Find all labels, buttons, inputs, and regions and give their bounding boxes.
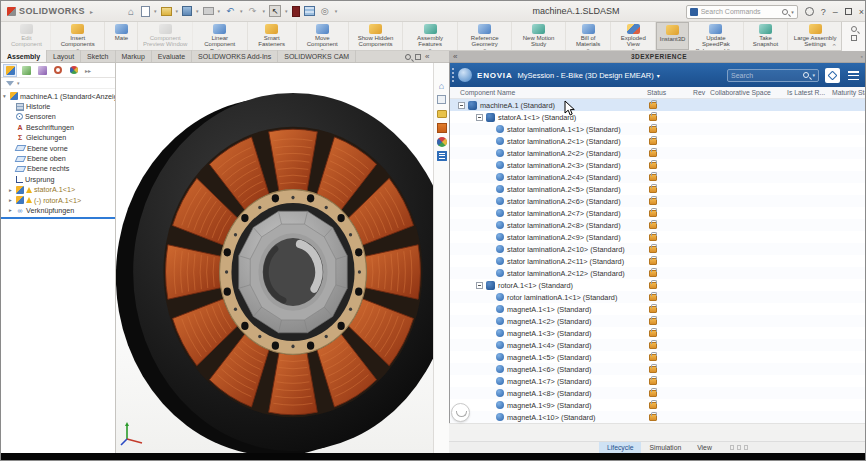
menu-icon[interactable]	[848, 71, 859, 80]
graphics-viewport[interactable]	[116, 63, 433, 453]
linear-component-pattern-button[interactable]: Linear Component Pattern▾	[193, 22, 248, 50]
component-row[interactable]: stator laminationA.2<1> (Standard)	[450, 135, 866, 147]
collapse-box-icon[interactable]	[476, 282, 483, 289]
feature-tree-item[interactable]: ▸(-) rotorA.1<1>	[1, 195, 115, 205]
insert-components-button[interactable]: Insert Components▾	[51, 22, 106, 50]
strip-wheel-icon[interactable]	[436, 136, 447, 147]
show-hidden-components-button[interactable]: Show Hidden Components	[349, 22, 404, 50]
strip-list-icon[interactable]	[436, 150, 447, 161]
collapse-left-icon[interactable]: «	[425, 52, 429, 62]
assistant-icon[interactable]	[451, 403, 470, 422]
column-header-5[interactable]: Maturity Stat...	[832, 89, 866, 96]
help-icon[interactable]: ?	[821, 7, 826, 17]
undo-icon[interactable]	[224, 5, 236, 17]
tree-caret-icon[interactable]: ▸	[9, 187, 16, 193]
component-row[interactable]: stator laminationA.2<7> (Standard)	[450, 207, 866, 219]
column-header-1[interactable]: Status	[647, 89, 666, 96]
dropdown-caret-icon[interactable]: ▾	[176, 8, 179, 14]
smart-fasteners-button[interactable]: Smart Fasteners	[248, 22, 297, 50]
component-row[interactable]: stator laminationA.2<9> (Standard)	[450, 231, 866, 243]
component-row[interactable]: rotorA.1<1> (Standard)	[450, 279, 866, 291]
tree-caret-icon[interactable]: ▸	[9, 207, 16, 213]
tree-filter[interactable]: ▾	[1, 78, 115, 89]
component-row[interactable]: rotor laminationA.1<1> (Standard)	[450, 291, 866, 303]
component-row[interactable]: magnetA.1<6> (Standard)	[450, 363, 866, 375]
tab-assembly[interactable]: Assembly	[1, 50, 47, 62]
component-row[interactable]: magnetA.1<1> (Standard)	[450, 303, 866, 315]
component-row[interactable]: magnetA.1<7> (Standard)	[450, 375, 866, 387]
column-header-3[interactable]: Collaborative Space	[710, 89, 771, 96]
manager-tab-display[interactable]	[67, 64, 81, 77]
component-row[interactable]: magnetA.1<5> (Standard)	[450, 351, 866, 363]
feature-tree-item[interactable]: Historie	[1, 101, 115, 111]
component-row[interactable]: stator laminationA.1<1> (Standard)	[450, 123, 866, 135]
collapse-box-icon[interactable]	[458, 102, 465, 109]
footer-tool-icon[interactable]	[744, 445, 748, 450]
strip-box-icon[interactable]	[436, 94, 447, 105]
motor-assembly-model[interactable]	[116, 63, 433, 453]
feature-tree-item[interactable]: ▸statorA.1<1>	[1, 185, 115, 195]
instant3d-button[interactable]: Instant3D	[656, 22, 689, 50]
exploded-view-button[interactable]: Exploded View▾	[611, 22, 656, 50]
column-header-4[interactable]: Is Latest R...	[787, 89, 825, 96]
component-row[interactable]: stator laminationA.2<2> (Standard)	[450, 147, 866, 159]
strip-folder-icon[interactable]	[436, 108, 447, 119]
footer-tab-simulation[interactable]: Simulation	[641, 442, 689, 453]
minimize-button[interactable]: –	[833, 7, 838, 17]
dropdown-caret-icon[interactable]: ▾	[263, 8, 266, 14]
close-button[interactable]: ×	[859, 7, 864, 17]
task-pane-search-icon[interactable]	[851, 26, 857, 32]
collapse-box-icon[interactable]	[476, 114, 483, 121]
dropdown-caret-icon[interactable]: ▾	[240, 8, 243, 14]
take-snapshot-button[interactable]: Take Snapshot	[744, 22, 789, 50]
user-icon[interactable]	[805, 7, 814, 16]
update-speedpak-subassemblies-button[interactable]: Update SpeedPak Subassemblies	[689, 22, 744, 50]
footer-tool-icon[interactable]	[730, 445, 734, 450]
component-row[interactable]: magnetA.1<9> (Standard)	[450, 399, 866, 411]
manager-tabs-overflow-icon[interactable]: ▸▸	[85, 67, 91, 74]
search-dropdown-icon[interactable]: ▾	[791, 9, 794, 15]
reference-geometry-button[interactable]: Reference Geometry▾	[458, 22, 513, 50]
ribbon-collapse-icon[interactable]: ⌃	[831, 43, 837, 51]
select-icon[interactable]	[269, 5, 281, 17]
session-title[interactable]: MySession - E-Bike (3D Design EMEAR)	[517, 71, 653, 80]
tab-solidworks-cam[interactable]: SOLIDWORKS CAM	[278, 50, 356, 62]
assembly-features-button[interactable]: Assembly Features▾	[403, 22, 458, 50]
window-icon[interactable]	[415, 54, 421, 60]
zoom-icon[interactable]	[405, 54, 411, 60]
feature-tree-item[interactable]: ΣGleichungen	[1, 133, 115, 143]
dropdown-caret-icon[interactable]: ▾	[218, 8, 221, 14]
filter-dropdown-icon[interactable]: ▾	[17, 80, 20, 86]
feature-tree-item[interactable]: Ebene rechts	[1, 164, 115, 174]
horizontal-scrollbar[interactable]	[449, 423, 866, 441]
strip-grid-icon[interactable]	[436, 122, 447, 133]
panel-grip-icon[interactable]	[452, 68, 455, 82]
footer-tool-icon[interactable]	[737, 445, 741, 450]
new-icon[interactable]	[141, 6, 150, 17]
component-row[interactable]: stator laminationA.2<3> (Standard)	[450, 159, 866, 171]
component-row[interactable]: stator laminationA.2<6> (Standard)	[450, 195, 866, 207]
column-header-0[interactable]: Component Name	[460, 89, 515, 96]
feature-tree-item[interactable]: ABeschriftungen	[1, 122, 115, 132]
column-header-2[interactable]: Rev	[693, 89, 705, 96]
dropdown-caret-icon[interactable]: ▾	[285, 8, 288, 14]
component-row[interactable]: stator laminationA.2<4> (Standard)	[450, 171, 866, 183]
manager-tab-tree[interactable]	[3, 64, 17, 77]
dropdown-caret-icon[interactable]: ▾	[196, 8, 199, 14]
component-row[interactable]: stator laminationA.2<11> (Standard)	[450, 255, 866, 267]
feature-tree-item[interactable]: Ursprung	[1, 174, 115, 184]
feature-tree-item[interactable]: ▸∞Verknüpfungen	[1, 205, 115, 215]
tab-layout[interactable]: Layout	[47, 50, 81, 62]
rollback-bar[interactable]	[1, 217, 115, 219]
component-row[interactable]: magnetA.1<4> (Standard)	[450, 339, 866, 351]
tab-sketch[interactable]: Sketch	[81, 50, 115, 62]
component-row[interactable]: magnetA.1<2> (Standard)	[450, 315, 866, 327]
tab-solidworks-add-ins[interactable]: SOLIDWORKS Add-Ins	[192, 50, 278, 62]
pin-icon[interactable]: ◦	[861, 53, 866, 60]
feature-tree-item[interactable]: ▾machineA.1 (Standard<Anzeigestatus-1	[1, 91, 115, 101]
task-pane-tab[interactable]	[841, 22, 865, 51]
enovia-search-icon[interactable]	[803, 72, 809, 78]
home-icon[interactable]	[125, 5, 137, 17]
component-row[interactable]: stator laminationA.2<5> (Standard)	[450, 183, 866, 195]
restore-button[interactable]	[845, 8, 852, 15]
